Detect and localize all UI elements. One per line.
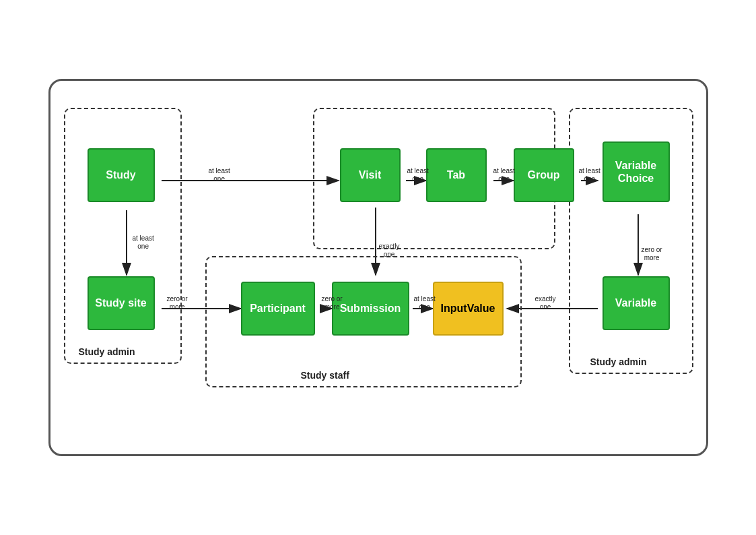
label-group-variablechoice: at leastone [579, 167, 600, 183]
entity-study-label: Study [106, 168, 135, 181]
entity-variable-label: Variable [615, 296, 656, 309]
label-submission-inputvalue: at leastone [414, 295, 436, 311]
entity-variable-choice: Variable Choice [603, 141, 670, 202]
entity-tab: Tab [426, 148, 487, 202]
entity-inputvalue-label: InputValue [441, 302, 495, 315]
entity-visit-label: Visit [359, 168, 382, 181]
entity-study-site-label: Study site [95, 296, 146, 309]
region-variable-admin-label: Study admin [590, 356, 647, 367]
diagram-container: Study admin Study staff Study admin Stud… [48, 79, 708, 456]
entity-tab-label: Tab [447, 168, 465, 181]
label-participant-submission: zero ormore [322, 295, 343, 311]
label-visit-submission: exactlyone [379, 243, 400, 259]
entity-submission-label: Submission [340, 302, 401, 315]
entity-submission: Submission [332, 282, 409, 336]
entity-group-label: Group [528, 168, 560, 181]
label-study-studysite: at leastone [133, 234, 154, 251]
entity-inputvalue: InputValue [433, 282, 504, 336]
region-study-admin-left-label: Study admin [79, 346, 135, 357]
entity-variable: Variable [603, 276, 670, 330]
label-studysite-participant: zero ormore [167, 295, 188, 311]
label-visit-tab: at leastone [407, 167, 429, 183]
entity-visit: Visit [340, 148, 401, 202]
entity-participant: Participant [241, 282, 315, 336]
entity-group: Group [514, 148, 574, 202]
entity-study: Study [88, 148, 155, 202]
label-tab-group: at leastone [493, 167, 515, 183]
region-study-staff-label: Study staff [301, 370, 349, 381]
label-variable-inputvalue: exactlyone [535, 295, 556, 311]
entity-study-site: Study site [88, 276, 155, 330]
label-variablechoice-variable: zero ormore [642, 246, 662, 262]
entity-variable-choice-label: Variable Choice [604, 159, 668, 185]
entity-participant-label: Participant [250, 302, 306, 315]
label-study-visit: at leastone [209, 167, 230, 183]
